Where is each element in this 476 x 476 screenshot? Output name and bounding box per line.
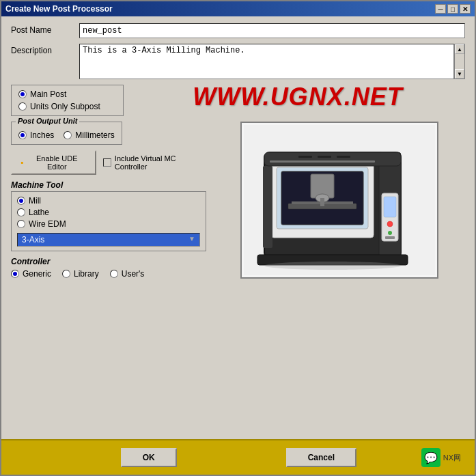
list-item-3axis[interactable]: 3-Axis ▼ [18,234,199,246]
radio-main-post[interactable]: Main Post [18,89,116,99]
bottom-bar: OK Cancel 💬 NX网 [1,439,475,475]
brand-area: WWW.UGNX.NET [130,85,465,115]
description-wrapper: This is a 3-Axis Milling Machine. ▲ ▼ [79,44,465,79]
radio-wire-edm[interactable]: Wire EDM [17,219,200,229]
scroll-up-btn[interactable]: ▲ [455,44,464,54]
dialog-title: Create New Post Processor [5,4,113,14]
description-row: Description This is a 3-Axis Milling Mac… [11,44,465,79]
close-button[interactable]: ✕ [460,4,471,14]
radio-millimeters[interactable]: Millimeters [64,130,114,140]
minimize-button[interactable]: ─ [435,4,446,14]
radio-dot-main-post [18,90,27,98]
machine-tool-label: Machine Tool [11,180,63,190]
ok-button[interactable]: OK [121,448,177,467]
radio-label-lathe: Lathe [29,208,49,217]
post-name-label: Post Name [11,23,72,35]
buttons-row: Enable UDE Editor Include Virtual MC Con… [11,150,206,175]
radio-dot-inches [18,131,27,139]
radio-label-units-only: Units Only Subpost [30,102,100,111]
maximize-button[interactable]: □ [447,4,458,14]
radio-dot-users [110,270,118,278]
radio-dot-mill [17,197,25,205]
radio-inches[interactable]: Inches [18,130,54,140]
machine-tool-header: Machine Tool [11,180,206,190]
svg-rect-17 [263,166,272,248]
radio-label-wire-edm: Wire EDM [29,219,66,229]
left-panel: Post Output Unit Inches Millimeters [11,122,206,279]
description-label: Description [11,44,72,55]
svg-rect-21 [337,156,350,158]
radio-dot-generic [11,270,19,278]
controller-header: Controller [11,257,206,266]
enable-ude-button[interactable]: Enable UDE Editor [11,150,96,175]
title-bar: Create New Post Processor ─ □ ✕ [1,1,475,16]
machine-list: 3-Axis ▼ [17,233,200,247]
controller-radio-row: Generic Library User's [11,269,206,279]
radio-units-only[interactable]: Units Only Subpost [18,102,116,111]
list-item-3axis-label: 3-Axis [22,235,44,244]
post-output-row: Post Output Unit Inches Millimeters [11,122,206,145]
wechat-badge: 💬 NX网 [421,448,461,467]
radio-dot-lathe [17,208,25,216]
post-name-input[interactable] [79,23,465,38]
bottom-center-buttons: OK Cancel [121,448,356,467]
description-input[interactable]: This is a 3-Axis Milling Machine. [79,44,454,79]
controller-section: Controller Generic Library [11,257,206,279]
include-vmc-row: Include Virtual MC Controller [103,154,206,171]
radio-dot-wire-edm [17,220,25,228]
cancel-button[interactable]: Cancel [286,448,356,467]
radio-lathe[interactable]: Lathe [17,208,200,217]
svg-rect-12 [384,197,396,217]
right-panel [213,122,465,279]
radio-mill[interactable]: Mill [17,196,200,206]
dialog-content: Post Name Description This is a 3-Axis M… [1,16,475,439]
cnc-machine-image [240,122,438,279]
svg-rect-19 [298,156,312,158]
radio-label-mill: Mill [29,196,41,206]
wechat-icon: 💬 [421,448,440,467]
svg-point-23 [264,262,401,270]
svg-rect-22 [270,160,375,163]
nx-logo-text: NX网 [443,453,461,463]
post-type-brand-row: Main Post Units Only Subpost WWW.UGNX.NE… [11,85,465,116]
buttons-inner: Enable UDE Editor Include Virtual MC Con… [11,150,206,175]
list-item-arrow: ▼ [188,235,195,242]
post-output-unit-label: Post Output Unit [16,117,79,125]
radio-label-users: User's [122,269,145,279]
post-type-group: Main Post Units Only Subpost [11,85,124,116]
radio-label-inches: Inches [30,130,54,140]
radio-dot-millimeters [64,131,72,139]
svg-point-14 [388,231,392,235]
post-name-row: Post Name [11,23,465,38]
title-bar-buttons: ─ □ ✕ [435,4,471,14]
radio-library[interactable]: Library [62,269,99,279]
post-output-unit-group: Post Output Unit Inches Millimeters [11,122,122,145]
brand-text: WWW.UGNX.NET [193,85,402,109]
radio-label-main-post: Main Post [30,89,66,99]
machine-tool-group: Mill Lathe Wire EDM [11,191,206,251]
radio-label-millimeters: Millimeters [75,130,114,140]
radio-label-library: Library [74,269,99,279]
scroll-down-btn[interactable]: ▼ [455,69,464,79]
dialog-create-post-processor: Create New Post Processor ─ □ ✕ Post Nam… [0,0,476,476]
include-vmc-checkbox[interactable] [103,158,111,167]
unit-radio-group: Inches Millimeters [18,130,115,140]
svg-rect-15 [385,236,395,239]
description-scrollbar[interactable]: ▲ ▼ [454,44,465,79]
svg-point-13 [387,221,393,227]
radio-generic[interactable]: Generic [11,269,51,279]
cnc-machine-svg [244,125,435,275]
include-vmc-label: Include Virtual MC Controller [115,154,206,171]
svg-rect-20 [318,156,331,158]
radio-dot-units-only [18,102,27,111]
svg-rect-9 [320,198,324,206]
svg-rect-18 [264,152,401,166]
radio-dot-library [62,270,70,278]
machine-tool-section: Machine Tool Mill Lathe Wi [11,180,206,251]
controller-label: Controller [11,257,50,266]
middle-section: Post Output Unit Inches Millimeters [11,122,465,279]
radio-label-generic: Generic [23,269,51,279]
radio-users[interactable]: User's [110,269,145,279]
